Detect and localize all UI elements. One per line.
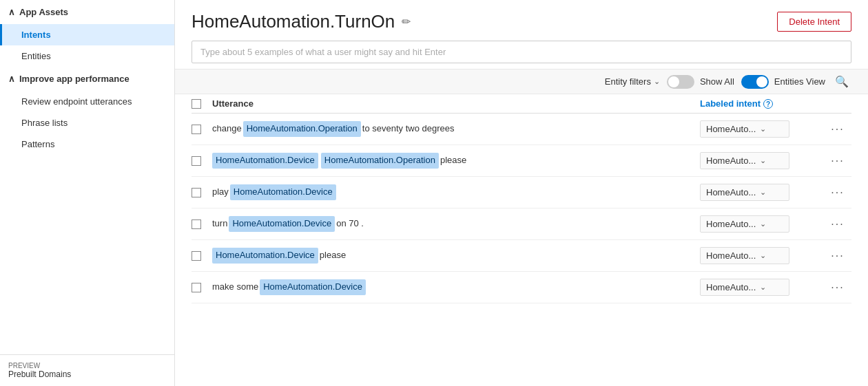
question-icon[interactable]: ? <box>763 99 773 109</box>
more-actions-icon[interactable]: ··· <box>831 250 844 262</box>
entities-view-label: Entities View <box>774 76 825 87</box>
col-intent-header: Labeled intent ? <box>700 98 824 109</box>
intent-dropdown-chevron-icon: ⌄ <box>760 188 766 197</box>
row-checkbox-cell[interactable] <box>192 125 212 134</box>
row-checkbox[interactable] <box>192 156 201 166</box>
sidebar-item-phrase[interactable]: Phrase lists <box>0 112 174 133</box>
row-checkbox-cell[interactable] <box>192 283 212 292</box>
show-all-toggle-wrap: Show All <box>667 75 734 89</box>
sidebar-item-intents[interactable]: Intents <box>0 24 174 45</box>
toolbar: Entity filters ⌄ Show All Entities View … <box>175 69 868 94</box>
utterance-text: to seventy two degrees <box>362 122 455 136</box>
actions-cell[interactable]: ··· <box>824 218 851 230</box>
row-checkbox-cell[interactable] <box>192 188 212 197</box>
prebuilt-domains-label: Prebuilt Domains <box>8 369 71 379</box>
intent-value: HomeAuto... <box>706 156 756 166</box>
more-actions-icon[interactable]: ··· <box>831 218 844 230</box>
actions-cell[interactable]: ··· <box>824 123 851 136</box>
utterance-text: play <box>212 185 229 200</box>
utterance-cell: HomeAutomation.Device HomeAutomation.Ope… <box>212 153 700 169</box>
entities-view-thumb <box>756 76 767 87</box>
row-checkbox[interactable] <box>192 219 201 229</box>
more-actions-icon[interactable]: ··· <box>831 155 844 167</box>
table-header: Utterance Labeled intent ? <box>192 94 851 114</box>
entity-tag[interactable]: HomeAutomation.Operation <box>321 153 439 169</box>
entities-view-toggle[interactable] <box>741 75 769 89</box>
entity-tag[interactable]: HomeAutomation.Device <box>229 216 335 232</box>
entities-view-track <box>741 75 769 89</box>
actions-cell[interactable]: ··· <box>824 281 851 294</box>
actions-cell[interactable]: ··· <box>824 155 851 167</box>
intent-dropdown-chevron-icon: ⌄ <box>760 156 766 165</box>
header-checkbox-cell[interactable] <box>192 99 212 109</box>
chevron-up-icon: ∧ <box>8 7 15 17</box>
entity-filters-chevron-icon: ⌄ <box>654 77 660 86</box>
entity-tag[interactable]: HomeAutomation.Device <box>230 184 336 200</box>
intent-dropdown[interactable]: HomeAuto...⌄ <box>700 184 789 201</box>
utterance-input[interactable]: Type about 5 examples of what a user mig… <box>192 41 851 63</box>
intent-cell: HomeAuto...⌄ <box>700 279 824 296</box>
intent-cell: HomeAuto...⌄ <box>700 215 824 233</box>
intent-dropdown[interactable]: HomeAuto...⌄ <box>700 152 789 169</box>
table-row: make some HomeAutomation.DeviceHomeAuto.… <box>192 272 851 303</box>
select-all-checkbox[interactable] <box>192 99 201 109</box>
sidebar-improve-label: Improve app performance <box>19 74 130 84</box>
sidebar-app-assets-header[interactable]: ∧ App Assets <box>0 0 174 24</box>
row-checkbox[interactable] <box>192 188 201 197</box>
show-all-toggle[interactable] <box>667 75 694 89</box>
actions-cell[interactable]: ··· <box>824 250 851 262</box>
chevron-up-icon-2: ∧ <box>8 74 15 84</box>
intent-dropdown-chevron-icon: ⌄ <box>760 125 766 133</box>
intent-value: HomeAuto... <box>706 282 756 292</box>
page-title: HomeAutomation.TurnOn ✏ <box>192 11 411 32</box>
sidebar-item-patterns[interactable]: Patterns <box>0 133 174 155</box>
utterance-cell: play HomeAutomation.Device <box>212 184 700 200</box>
entities-view-toggle-wrap: Entities View <box>741 75 825 89</box>
utterance-text: on 70 . <box>336 217 364 231</box>
sidebar-item-review[interactable]: Review endpoint utterances <box>0 91 174 112</box>
row-checkbox[interactable] <box>192 125 201 134</box>
actions-cell[interactable]: ··· <box>824 186 851 199</box>
show-all-track <box>667 75 694 89</box>
sidebar-footer[interactable]: PREVIEW Prebuilt Domains <box>0 354 174 386</box>
main-header: HomeAutomation.TurnOn ✏ Delete Intent <box>175 0 868 38</box>
delete-intent-button[interactable]: Delete Intent <box>777 12 851 32</box>
intent-cell: HomeAuto...⌄ <box>700 152 824 169</box>
utterance-cell: make some HomeAutomation.Device <box>212 279 700 295</box>
entity-filters-label[interactable]: Entity filters ⌄ <box>605 76 660 87</box>
more-actions-icon[interactable]: ··· <box>831 123 844 136</box>
intent-cell: HomeAuto...⌄ <box>700 184 824 201</box>
more-actions-icon[interactable]: ··· <box>831 186 844 199</box>
utterances-table: Utterance Labeled intent ? change HomeAu… <box>175 94 868 386</box>
entity-tag[interactable]: HomeAutomation.Device <box>260 279 366 295</box>
entity-tag[interactable]: HomeAutomation.Device <box>212 153 318 169</box>
search-button[interactable]: 🔍 <box>832 74 851 89</box>
sidebar-app-assets-label: App Assets <box>19 7 68 17</box>
intent-dropdown[interactable]: HomeAuto...⌄ <box>700 279 789 296</box>
utterance-text: please <box>440 153 466 168</box>
more-actions-icon[interactable]: ··· <box>831 281 844 294</box>
row-checkbox-cell[interactable] <box>192 156 212 166</box>
sidebar: ∧ App Assets Intents Entities ∧ Improve … <box>0 0 175 386</box>
entity-tag[interactable]: HomeAutomation.Operation <box>243 121 361 137</box>
sidebar-item-entities[interactable]: Entities <box>0 45 174 67</box>
sidebar-improve-header[interactable]: ∧ Improve app performance <box>0 67 174 91</box>
utterance-text: turn <box>212 217 227 231</box>
intent-dropdown[interactable]: HomeAuto...⌄ <box>700 120 789 138</box>
table-body: change HomeAutomation.Operation to seven… <box>192 114 851 303</box>
row-checkbox[interactable] <box>192 283 201 292</box>
utterance-cell: HomeAutomation.Device please <box>212 248 700 264</box>
row-checkbox[interactable] <box>192 251 201 261</box>
intent-cell: HomeAuto...⌄ <box>700 247 824 264</box>
intent-dropdown-chevron-icon: ⌄ <box>760 251 766 260</box>
utterance-placeholder: Type about 5 examples of what a user mig… <box>200 47 446 57</box>
row-checkbox-cell[interactable] <box>192 251 212 261</box>
utterance-text: make some <box>212 280 258 294</box>
entity-tag[interactable]: HomeAutomation.Device <box>212 248 318 264</box>
intent-dropdown[interactable]: HomeAuto...⌄ <box>700 215 789 233</box>
main-content: HomeAutomation.TurnOn ✏ Delete Intent Ty… <box>175 0 868 386</box>
edit-icon[interactable]: ✏ <box>402 15 411 28</box>
utterance-cell: change HomeAutomation.Operation to seven… <box>212 121 700 137</box>
row-checkbox-cell[interactable] <box>192 219 212 229</box>
intent-dropdown[interactable]: HomeAuto...⌄ <box>700 247 789 264</box>
